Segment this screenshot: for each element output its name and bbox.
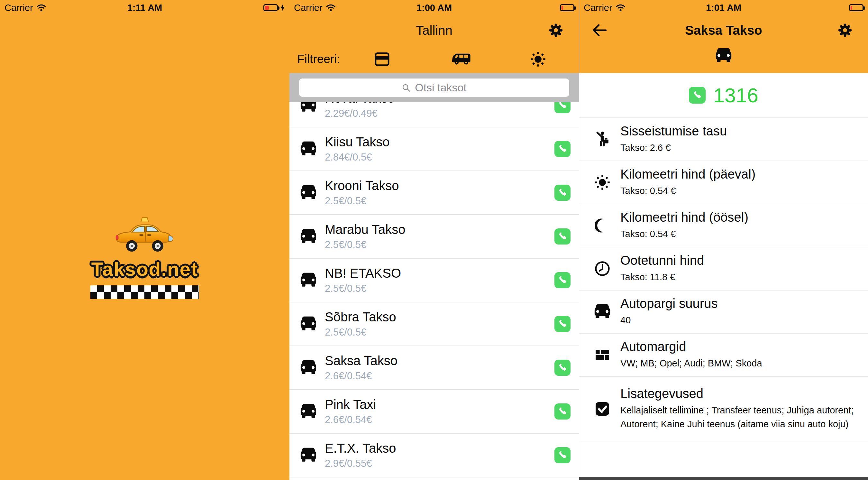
taxi-detail-screen: Carrier 1:01 AM Saksa Takso 1316 Sisseis… [579,0,868,480]
call-button[interactable] [554,141,570,157]
phone-icon [558,275,567,285]
call-button[interactable] [554,316,570,332]
detail-texts: Autopargi suurus40 [620,296,717,328]
taxi-list: Reval Takso2.29€/0.49€Kiisu Takso2.84€/0… [289,84,579,477]
detail-row: AutomargidVW; MB; Opel; Audi; BMW; Skoda [579,334,868,377]
logo-text: Taksod.net [91,258,198,280]
sun-icon [593,174,612,191]
call-button[interactable] [554,229,570,244]
splash-screen: Carrier 1:11 AM Taksod.net [0,0,289,480]
navbar: Saksa Takso [579,16,868,45]
detail-texts: AutomargidVW; MB; Opel; Audi; BMW; Skoda [620,339,762,370]
battery-icon [560,4,575,11]
search-band: Otsi taksot [289,73,579,102]
status-bar: Carrier 1:11 AM [0,0,289,16]
taxi-name: Kiisu Takso [325,135,390,149]
car-icon [593,304,612,320]
call-phone-row[interactable]: 1316 [579,73,868,118]
page-title: Tallinn [416,23,452,38]
taxi-row[interactable]: E.T.X. Takso2.9€/0.55€ [289,434,579,477]
taxi-price: 2.6€/0.54€ [325,414,376,426]
call-button[interactable] [554,403,570,420]
detail-value: Kellajaliselt tellimine ; Transfeer teen… [620,403,858,431]
detail-row: Kilomeetri hind (öösel)Takso: 0.54 € [579,204,868,247]
detail-title: Kilomeetri hind (öösel) [620,210,748,224]
detail-value: Takso: 0.54 € [620,184,755,198]
call-button[interactable] [554,447,570,463]
taxi-price: 2.5€/0.5€ [325,195,399,207]
wifi-icon [326,4,336,11]
carrier-label: Carrier [294,3,322,13]
call-button[interactable] [554,272,570,288]
car-icon [299,316,318,332]
page-title: Saksa Takso [685,23,762,38]
taxi-price: 2.29€/0.49€ [325,108,395,119]
checkerboard-stripe [90,286,199,299]
detail-texts: Sisseistumise tasuTakso: 2.6 € [620,124,727,155]
detail-title: Kilomeetri hind (päeval) [620,167,755,181]
taxi-name: Marabu Takso [325,222,406,237]
taxi-row[interactable]: Saksa Takso2.6€/0.54€ [289,346,579,390]
charging-bolt-icon [280,3,285,12]
carrier-label: Carrier [4,3,33,13]
filter-label: Filtreeri: [297,53,340,66]
detail-value: 40 [620,313,717,328]
call-button[interactable] [554,360,570,376]
settings-gear-icon[interactable] [548,23,563,38]
taxi-texts: Kiisu Takso2.84€/0.5€ [325,135,390,163]
taxi-list-screen: Carrier 1:00 AM Tallinn Filtreeri: [289,0,579,480]
app-logo: Taksod.net [0,216,289,299]
detail-title: Lisategevused [620,386,858,401]
hailing-person-icon [593,131,612,148]
taxi-row[interactable]: Pink Taxi2.6€/0.54€ [289,390,579,434]
settings-gear-icon[interactable] [837,23,852,38]
car-icon [299,141,318,157]
detail-title: Ootetunni hind [620,253,704,268]
checkbox-icon [593,401,612,416]
taxi-row[interactable]: NB! ETAKSO2.5€/0.5€ [289,259,579,302]
grid-icon [593,348,612,362]
phone-icon [558,450,567,460]
phone-icon [558,363,567,372]
taxi-row[interactable]: Sõbra Takso2.5€/0.5€ [289,302,579,346]
taxi-name: Pink Taxi [325,397,376,412]
taxi-name: Sõbra Takso [325,310,396,324]
taxi-row[interactable]: Kiisu Takso2.84€/0.5€ [289,127,579,171]
phone-icon [558,188,567,198]
car-icon [299,403,318,420]
detail-row: Ootetunni hindTakso: 11.8 € [579,247,868,291]
taxi-row[interactable]: Marabu Takso2.5€/0.5€ [289,215,579,259]
sun-filter-icon[interactable] [530,51,547,67]
detail-row: Kilomeetri hind (päeval)Takso: 0.54 € [579,161,868,204]
detail-header: Carrier 1:01 AM Saksa Takso [579,0,868,73]
phone-icon [558,407,567,416]
back-arrow-icon[interactable] [592,24,607,37]
van-filter-icon[interactable] [451,53,471,66]
filter-row: Filtreeri: [289,45,579,73]
battery-icon [264,4,278,11]
car-icon [299,360,318,376]
search-input[interactable]: Otsi taksot [299,79,569,97]
taxi-name: Saksa Takso [325,354,398,368]
detail-row: LisategevusedKellajaliselt tellimine ; T… [579,377,868,441]
moon-icon [593,218,612,233]
search-placeholder: Otsi taksot [415,81,467,94]
card-filter-icon[interactable] [375,52,390,66]
detail-row: Sisseistumise tasuTakso: 2.6 € [579,118,868,161]
taxi-row[interactable]: Krooni Takso2.5€/0.5€ [289,171,579,215]
taxi-name: Krooni Takso [325,179,399,193]
detail-rows: Sisseistumise tasuTakso: 2.6 €Kilomeetri… [579,118,868,441]
taxi-texts: Sõbra Takso2.5€/0.5€ [325,310,396,338]
taksod-app: Carrier 1:11 AM Taksod.net Carrier 1:00 … [0,0,868,480]
phone-icon [558,144,567,154]
detail-value: VW; MB; Opel; Audi; BMW; Skoda [620,357,762,370]
detail-value: Takso: 11.8 € [620,270,704,284]
taxi-price: 2.5€/0.5€ [325,327,396,338]
taxi-price: 2.6€/0.54€ [325,370,398,382]
taxi-texts: Marabu Takso2.5€/0.5€ [325,222,406,250]
phone-icon [558,319,567,329]
detail-texts: LisategevusedKellajaliselt tellimine ; T… [620,386,858,431]
car-icon [299,447,318,463]
call-button[interactable] [554,185,570,201]
phone-number: 1316 [713,84,758,107]
